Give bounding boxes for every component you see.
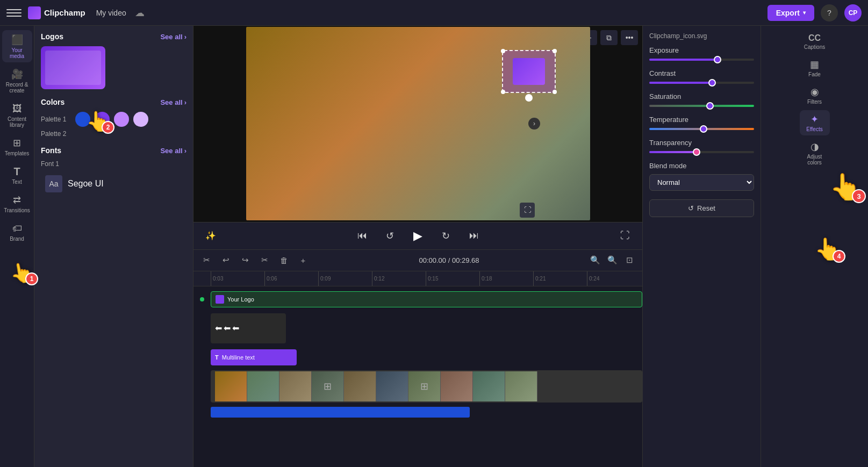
timeline-scissors-button[interactable]: ✂ [199, 253, 214, 268]
reset-icon: ↺ [688, 204, 694, 212]
help-button[interactable]: ? [821, 4, 838, 21]
logo-overlay-inner [513, 58, 545, 85]
fullscreen-player-button[interactable]: ⛶ [616, 227, 634, 245]
track-content[interactable]: Your Logo [211, 290, 642, 309]
exposure-label: Exposure [649, 46, 754, 54]
sidebar-item-label: Brand [10, 236, 24, 242]
logo-card[interactable] [41, 46, 105, 89]
filters-label: Filters [807, 99, 822, 105]
right-panel-item-adjust-colors[interactable]: ◑ Adjust colors [800, 138, 830, 169]
reset-button[interactable]: ↺ Reset [649, 199, 754, 217]
user-avatar[interactable]: CP [844, 4, 862, 21]
font-segoe-item[interactable]: Aa Segoe UI [41, 171, 186, 197]
fit-timeline-button[interactable]: ⊡ [622, 253, 637, 268]
adjust-colors-icon: ◑ [810, 141, 819, 153]
video-clip[interactable]: ⊞ ⊞ [211, 370, 642, 403]
zoom-in-button[interactable]: 🔍 [605, 253, 620, 268]
transparency-slider[interactable] [649, 151, 754, 153]
player-controls: ✨ ⏮ ↺ ▶ ↻ ⏭ ⛶ [193, 222, 642, 250]
timeline-cut-button[interactable]: ✂ [257, 253, 272, 268]
timeline-redo-button[interactable]: ↪ [238, 253, 253, 268]
magic-button[interactable]: ✨ [202, 227, 219, 245]
reset-label: Reset [697, 204, 715, 212]
sidebar-item-record-create[interactable]: 🎥 Record & create [2, 64, 32, 97]
resize-handle-bl[interactable] [501, 90, 505, 94]
colors-title: Colors [41, 98, 64, 106]
skip-forward-button[interactable]: ⏭ [465, 227, 483, 245]
sidebar-item-label: Templates [5, 150, 30, 156]
forward-button[interactable]: ↻ [437, 227, 455, 245]
right-panel-item-filters[interactable]: ◉ Filters [800, 83, 830, 108]
text-clip-label: Multiline text [222, 354, 255, 361]
sidebar-item-your-media[interactable]: ⬛ Your media [2, 30, 32, 62]
logo-clip-icon [216, 295, 224, 304]
more-options-button[interactable]: ••• [621, 30, 638, 45]
right-panel-item-fade[interactable]: ▦ Fade [800, 55, 830, 81]
timeline-add-button[interactable]: + [296, 253, 311, 268]
properties-panel: Clipchamp_icon.svg Exposure Contrast Sat… [642, 26, 761, 467]
export-button[interactable]: Export ▾ [767, 5, 814, 21]
logo-overlay[interactable] [502, 50, 556, 93]
filters-icon: ◉ [810, 86, 819, 98]
sidebar-item-transitions[interactable]: ⇄ Transitions [2, 190, 32, 217]
hamburger-menu[interactable] [6, 5, 21, 20]
sidebar-item-content-library[interactable]: 🖼 Content library [2, 99, 32, 131]
blend-mode-select[interactable]: Normal Multiply Screen Overlay Darken Li… [649, 174, 754, 191]
play-button[interactable]: ▶ [410, 227, 427, 245]
resize-handle-br[interactable] [553, 90, 557, 94]
exposure-thumb[interactable] [714, 56, 721, 63]
color-dot-lavender[interactable] [114, 112, 129, 127]
export-chevron-icon: ▾ [803, 10, 806, 16]
temperature-thumb[interactable] [700, 125, 707, 133]
cloud-sync-icon: ☁ [135, 7, 145, 19]
right-panel-item-effects[interactable]: ✦ Effects [800, 110, 830, 135]
contrast-fill [649, 82, 712, 84]
arrows-clip[interactable]: ⬅ ⬅ ⬅ [211, 313, 286, 343]
track-content[interactable] [211, 407, 642, 418]
logos-title: Logos [41, 32, 63, 41]
skip-back-button[interactable]: ⏮ [354, 227, 371, 245]
sidebar-item-text[interactable]: T Text [2, 162, 32, 188]
fullscreen-button[interactable]: ⛶ [520, 203, 535, 218]
color-dot-light-purple[interactable] [133, 112, 148, 127]
track-content[interactable]: ⬅ ⬅ ⬅ [211, 311, 642, 346]
colors-see-all[interactable]: See all › [160, 98, 186, 106]
timeline-undo-button[interactable]: ↩ [218, 253, 233, 268]
video-title[interactable]: My video [96, 9, 126, 17]
contrast-slider[interactable] [649, 82, 754, 84]
track-content[interactable]: ⊞ ⊞ [211, 369, 642, 404]
pip-button[interactable]: ⧉ [600, 30, 618, 45]
zoom-out-button[interactable]: 🔍 [587, 253, 602, 268]
temperature-slider[interactable] [649, 128, 754, 130]
left-content-panel: Logos See all › Colors See all › Palette… [34, 26, 193, 467]
text-t-icon: T [215, 354, 219, 361]
right-panel-item-captions[interactable]: CC Captions [800, 30, 830, 53]
fonts-see-all[interactable]: See all › [160, 147, 186, 155]
exposure-slider[interactable] [649, 59, 754, 61]
logos-see-all[interactable]: See all › [160, 33, 186, 41]
rewind-button[interactable]: ↺ [382, 227, 399, 245]
font1-label: Font 1 [41, 160, 186, 168]
saturation-thumb[interactable] [706, 102, 714, 110]
collapse-panel-button[interactable]: › [528, 118, 540, 130]
rotate-handle[interactable] [525, 94, 533, 102]
transparency-section: Transparency [649, 139, 754, 153]
blue-bar-clip[interactable] [211, 407, 470, 418]
resize-handle-tr[interactable] [553, 49, 557, 53]
palette2-label: Palette 2 [41, 130, 71, 138]
resize-handle-tl[interactable] [501, 49, 505, 53]
track-content[interactable]: T Multiline text [211, 348, 642, 367]
sidebar-item-brand[interactable]: 🏷 Brand [2, 219, 32, 245]
video-thumb [247, 371, 279, 401]
contrast-thumb[interactable] [708, 79, 716, 87]
chevron-right-icon: › [184, 33, 186, 41]
color-dot-purple[interactable] [95, 112, 110, 127]
sidebar-item-templates[interactable]: ⊞ Templates [2, 133, 32, 160]
logo-clip[interactable]: Your Logo [211, 291, 642, 307]
text-icon: T [11, 165, 24, 178]
color-dot-blue[interactable] [75, 112, 90, 127]
timeline-delete-button[interactable]: 🗑 [276, 253, 291, 268]
transparency-thumb[interactable] [693, 148, 700, 156]
text-clip[interactable]: T Multiline text [211, 349, 297, 365]
saturation-slider[interactable] [649, 105, 754, 107]
